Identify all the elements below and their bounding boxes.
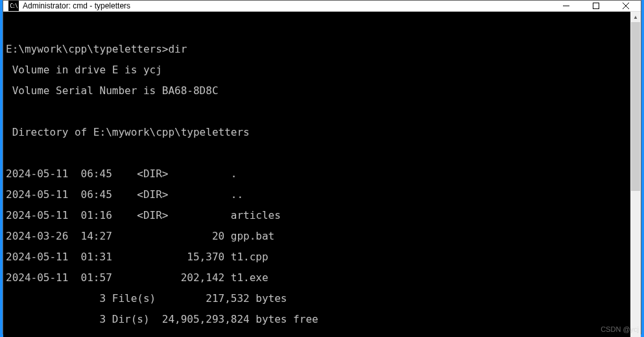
blank-line bbox=[6, 106, 630, 117]
summary-line: 3 File(s) 217,532 bytes bbox=[6, 293, 630, 304]
dir-entry: 2024-03-26 14:27 20 gpp.bat bbox=[6, 231, 630, 242]
summary-line: 3 Dir(s) 24,905,293,824 bytes free bbox=[6, 314, 630, 325]
scroll-thumb[interactable] bbox=[631, 22, 640, 191]
command-window: C:\ Administrator: cmd - typeletters E:\… bbox=[3, 0, 641, 334]
dir-entry: 2024-05-11 01:31 15,370 t1.cpp bbox=[6, 252, 630, 262]
maximize-button[interactable] bbox=[581, 1, 611, 11]
cmd-icon: C:\ bbox=[8, 1, 19, 11]
close-button[interactable] bbox=[611, 1, 641, 11]
blank-line bbox=[6, 23, 630, 34]
scroll-up-arrow-icon[interactable]: ▲ bbox=[630, 12, 641, 22]
vertical-scrollbar[interactable]: ▲ ▼ bbox=[630, 12, 641, 337]
minimize-button[interactable] bbox=[551, 1, 581, 11]
output-line: Directory of E:\mywork\cpp\typeletters bbox=[6, 127, 630, 138]
dir-entry: 2024-05-11 01:57 202,142 t1.exe bbox=[6, 273, 630, 283]
output-line: Volume in drive E is ycj bbox=[6, 65, 630, 75]
dir-entry: 2024-05-11 01:16 <DIR> articles bbox=[6, 210, 630, 221]
minimize-icon bbox=[563, 3, 569, 9]
terminal-area: E:\mywork\cpp\typeletters>dir Volume in … bbox=[3, 12, 641, 337]
maximize-icon bbox=[593, 3, 599, 9]
prompt-line: E:\mywork\cpp\typeletters>dir bbox=[6, 44, 630, 55]
dir-entry: 2024-05-11 06:45 <DIR> .. bbox=[6, 190, 630, 200]
window-controls bbox=[551, 1, 641, 11]
dir-entry: 2024-05-11 06:45 <DIR> . bbox=[6, 169, 630, 179]
terminal-output[interactable]: E:\mywork\cpp\typeletters>dir Volume in … bbox=[3, 12, 630, 337]
output-line: Volume Serial Number is BA68-8D8C bbox=[6, 86, 630, 96]
window-title: Administrator: cmd - typeletters bbox=[23, 1, 551, 10]
blank-line bbox=[6, 148, 630, 158]
svg-rect-1 bbox=[593, 3, 599, 9]
titlebar[interactable]: C:\ Administrator: cmd - typeletters bbox=[3, 1, 641, 12]
close-icon bbox=[623, 3, 629, 9]
